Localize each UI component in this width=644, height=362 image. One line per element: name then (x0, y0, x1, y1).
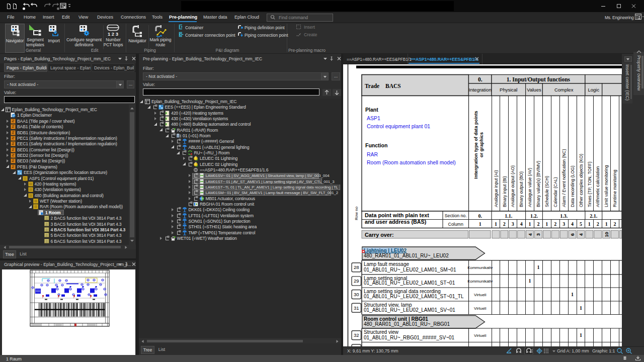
svg-text:0.: 0. (478, 76, 482, 82)
svg-text:Data recording (LOG): Data recording (LOG) (570, 165, 575, 207)
svg-text:4: 4 (527, 233, 533, 236)
svg-text:Virtuell: Virtuell (474, 306, 487, 311)
svg-text:1: 1 (588, 221, 591, 227)
svg-text:Data point with plain text: Data point with plain text (365, 212, 429, 218)
svg-text:Runtime monitoring: Runtime monitoring (612, 169, 617, 207)
svg-text:Alarm / Event notification (NC: Alarm / Event notification (NC) (561, 149, 567, 207)
svg-text:3: 3 (562, 221, 565, 227)
svg-text:Room (Room automation shell mo: Room (Room automation shell model) (367, 159, 456, 165)
svg-text:1: 1 (529, 278, 531, 284)
svg-text:Control equipment plant 01: Control equipment plant 01 (367, 123, 430, 129)
svg-text:ASP1: ASP1 (367, 115, 380, 121)
svg-text:Complex: Complex (554, 87, 574, 93)
svg-text:Lamp fault message: Lamp fault message (364, 261, 409, 267)
svg-text:Virtuell: Virtuell (474, 293, 487, 297)
svg-text:480_RAR01_01_ABL01_RU~_RBG01: 480_RAR01_01_ABL01_RU~_RBG01 (364, 321, 450, 327)
svg-text:Binary value(s) (BV/MV): Binary value(s) (BV/MV) (536, 161, 541, 207)
svg-text:5: 5 (580, 221, 582, 227)
svg-text:1. Input/Output functions: 1. Input/Output functions (507, 76, 571, 83)
svg-text:Analogue input (AI): Analogue input (AI) (494, 170, 499, 207)
svg-text:0.: 0. (478, 213, 482, 219)
svg-text:Trade: Trade (365, 83, 379, 89)
svg-text:01_ABL01_RU~_LEU02_LAM01_ST~01: 01_ABL01_RU~_LEU02_LAM01_ST~01_TL (364, 294, 464, 299)
svg-text:01_ABL01_RU~_LEU02_LAM01_SV~01: 01_ABL01_RU~_LEU02_LAM01_SV~01 (364, 307, 455, 313)
svg-text:Times (TP, TON, TOFF): Times (TP, TON, TOFF) (587, 161, 592, 207)
svg-text:2: 2 (554, 221, 556, 227)
svg-text:10: 10 (604, 232, 609, 237)
svg-text:2: 2 (503, 221, 506, 227)
svg-text:Kommunikativ: Kommunikativ (467, 265, 493, 270)
svg-text:01_ABL01_RU~_LEU02_LAM01_SM~01: 01_ABL01_RU~_LEU02_LAM01_SM~01 (364, 267, 456, 273)
svg-text:1: 1 (495, 221, 497, 227)
svg-text:and user address (BAS): and user address (BAS) (365, 219, 427, 225)
svg-text:1.3.: 1.3. (560, 213, 568, 219)
svg-text:Physical: Physical (500, 87, 517, 93)
svg-text:1.2.: 1.2. (530, 213, 538, 219)
svg-text:Limit value monitoring: Limit value monitoring (604, 165, 609, 207)
svg-text:1.1.: 1.1. (505, 213, 513, 219)
svg-text:01_ABL01_RU~_LEU02_LAM01_ST~01: 01_ABL01_RU~_LEU02_LAM01_ST~01 (364, 280, 455, 286)
svg-text:1: 1 (571, 292, 574, 297)
svg-text:31: 31 (354, 305, 359, 311)
svg-text:1 2 3: 1 2 3 (108, 31, 118, 37)
svg-text:Row no: Row no (354, 206, 359, 220)
svg-text:2: 2 (537, 221, 539, 227)
svg-text:6: 6 (570, 233, 575, 236)
svg-text:2.1.: 2.1. (590, 213, 598, 219)
svg-text:Other complex objects (KO): Other complex objects (KO) (579, 154, 584, 207)
svg-text:or graphics: or graphics (479, 132, 484, 157)
svg-text:Logic: Logic (588, 87, 599, 93)
svg-text:Intergration type of data poin: Intergration type of data points (473, 111, 478, 178)
svg-text:Carry over:: Carry over: (365, 232, 394, 238)
svg-text:Virtuell: Virtuell (474, 333, 487, 338)
svg-text:Calendar (CAL): Calendar (CAL) (553, 177, 558, 207)
svg-text:4: 4 (571, 221, 574, 227)
svg-text:Binary input (BI): Binary input (BI) (502, 176, 507, 207)
svg-text:32: 32 (354, 332, 359, 338)
svg-text:Values: Values (527, 87, 541, 93)
svg-text:Structured view: Structured view (364, 329, 399, 335)
svg-text:BACS: BACS (385, 83, 401, 89)
svg-text:2: 2 (597, 221, 599, 227)
svg-text:Integration: Integration (469, 87, 492, 93)
svg-text:1: 1 (605, 221, 608, 227)
svg-text:Arithmetic calculation: Arithmetic calculation (595, 166, 600, 207)
svg-text:01_ABL01_RU~_RBG01_#####_SV~01: 01_ABL01_RU~_RBG01_#####_SV~01 (364, 335, 455, 340)
svg-text:Analogue value (AV): Analogue value (AV) (527, 168, 532, 207)
svg-text:1: 1 (580, 332, 582, 338)
svg-text:3: 3 (535, 233, 541, 236)
svg-text:Function: Function (365, 142, 387, 148)
svg-text:Analogue output (AO): Analogue output (AO) (510, 165, 515, 207)
svg-text:3: 3 (512, 221, 514, 227)
svg-text:480_RAR01_01_ABL01_RU~_LEU02: 480_RAR01_01_ABL01_RU~_LEU02 (364, 253, 449, 258)
svg-text:1: 1 (529, 221, 531, 227)
svg-text:1: 1 (545, 221, 548, 227)
svg-text:1: 1 (479, 221, 481, 227)
svg-text:Column: Column (448, 222, 463, 227)
svg-text:Kommunikativ: Kommunikativ (467, 279, 493, 284)
svg-text:4: 4 (520, 221, 523, 227)
svg-text:Section no.: Section no. (445, 213, 467, 218)
svg-text:RAR: RAR (367, 151, 378, 157)
svg-text:1: 1 (580, 305, 582, 311)
svg-text:2: 2 (614, 221, 616, 227)
svg-text:29: 29 (354, 278, 359, 284)
svg-text:28: 28 (354, 264, 359, 270)
svg-text:Schedule (SCH): Schedule (SCH) (544, 176, 549, 207)
svg-text:Plant: Plant (365, 107, 378, 113)
svg-text:Binary output (BO): Binary output (BO) (519, 171, 524, 207)
svg-text:1: 1 (537, 264, 539, 270)
svg-text:4: 4 (578, 233, 584, 236)
svg-text:30: 30 (354, 292, 359, 297)
